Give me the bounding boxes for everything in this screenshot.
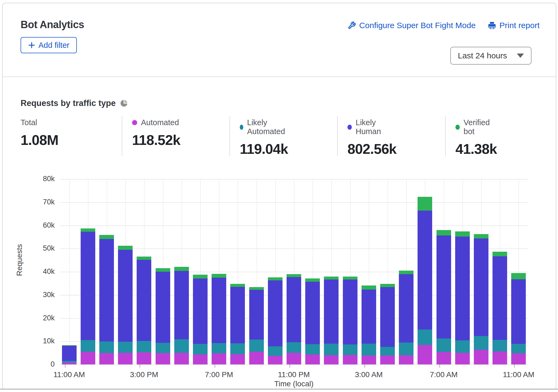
stat-verified-bot[interactable]: Verified bot 41.38k bbox=[455, 118, 497, 157]
bar-segment-automated[interactable] bbox=[230, 354, 245, 364]
bar-segment-verified-bot[interactable] bbox=[436, 230, 451, 236]
bar-segment-likely-automated[interactable] bbox=[230, 343, 245, 354]
bar-segment-verified-bot[interactable] bbox=[81, 228, 95, 232]
bar-segment-verified-bot[interactable] bbox=[399, 271, 413, 274]
bar-segment-likely-automated[interactable] bbox=[380, 347, 395, 356]
bar-segment-automated[interactable] bbox=[305, 354, 320, 364]
bar-segment-likely-human[interactable] bbox=[230, 287, 245, 343]
bar-segment-verified-bot[interactable] bbox=[493, 252, 507, 256]
bar-segment-likely-automated[interactable] bbox=[436, 338, 451, 352]
stat-automated[interactable]: Automated 118.52k bbox=[132, 118, 180, 148]
bar-segment-automated[interactable] bbox=[362, 356, 376, 364]
bar-segment-verified-bot[interactable] bbox=[343, 277, 357, 280]
bar-segment-likely-human[interactable] bbox=[511, 279, 526, 344]
bar-segment-automated[interactable] bbox=[418, 345, 432, 364]
stacked-bar-700pm[interactable] bbox=[212, 274, 226, 364]
bar-segment-likely-automated[interactable] bbox=[474, 336, 488, 350]
bar-segment-likely-automated[interactable] bbox=[399, 343, 413, 355]
stacked-bar-1100am[interactable] bbox=[62, 345, 77, 364]
bar-segment-verified-bot[interactable] bbox=[418, 197, 432, 211]
bar-segment-likely-human[interactable] bbox=[287, 277, 301, 342]
stacked-bar-200pm[interactable] bbox=[118, 246, 133, 364]
stacked-bar-1100am[interactable] bbox=[511, 273, 526, 364]
bar-segment-automated[interactable] bbox=[137, 352, 151, 364]
bar-segment-likely-automated[interactable] bbox=[118, 342, 133, 353]
bar-segment-verified-bot[interactable] bbox=[268, 277, 283, 280]
time-range-select[interactable]: Last 24 hours bbox=[450, 47, 531, 65]
bar-segment-automated[interactable] bbox=[380, 356, 395, 364]
bar-segment-likely-automated[interactable] bbox=[156, 343, 170, 353]
bar-segment-automated[interactable] bbox=[474, 350, 488, 364]
bar-segment-verified-bot[interactable] bbox=[474, 234, 488, 238]
bar-segment-likely-human[interactable] bbox=[62, 346, 77, 361]
stacked-bar-900pm[interactable] bbox=[249, 287, 264, 364]
bar-segment-likely-human[interactable] bbox=[174, 271, 189, 339]
stacked-bar-500am[interactable] bbox=[399, 271, 413, 364]
configure-super-bot-fight-mode-link[interactable]: Configure Super Bot Fight Mode bbox=[348, 21, 475, 30]
bar-segment-likely-human[interactable] bbox=[474, 238, 488, 336]
bar-segment-likely-human[interactable] bbox=[99, 239, 114, 341]
bar-segment-likely-human[interactable] bbox=[399, 274, 413, 343]
stacked-bar-1100pm[interactable] bbox=[287, 274, 301, 364]
bar-segment-likely-automated[interactable] bbox=[268, 346, 283, 356]
stacked-bar-300am[interactable] bbox=[362, 285, 376, 364]
stacked-bar-600pm[interactable] bbox=[193, 275, 208, 364]
bar-segment-likely-automated[interactable] bbox=[99, 341, 114, 353]
bar-segment-verified-bot[interactable] bbox=[212, 274, 226, 278]
bar-segment-likely-human[interactable] bbox=[362, 290, 376, 344]
bar-segment-likely-automated[interactable] bbox=[212, 343, 226, 353]
bar-segment-likely-human[interactable] bbox=[156, 272, 170, 343]
stacked-bar-100am[interactable] bbox=[324, 277, 339, 364]
stacked-bar-800pm[interactable] bbox=[230, 284, 245, 364]
bar-segment-automated[interactable] bbox=[62, 363, 77, 364]
bar-segment-likely-human[interactable] bbox=[193, 278, 208, 344]
stacked-bar-300pm[interactable] bbox=[137, 257, 151, 364]
bar-segment-likely-automated[interactable] bbox=[305, 344, 320, 355]
bar-segment-automated[interactable] bbox=[399, 355, 413, 364]
stacked-bar-200am[interactable] bbox=[343, 277, 357, 364]
bar-segment-verified-bot[interactable] bbox=[99, 235, 114, 239]
bar-segment-automated[interactable] bbox=[343, 355, 357, 364]
print-report-link[interactable]: Print report bbox=[488, 21, 540, 30]
stacked-bar-400pm[interactable] bbox=[156, 268, 170, 364]
bar-segment-likely-human[interactable] bbox=[137, 260, 151, 341]
bar-segment-verified-bot[interactable] bbox=[455, 231, 470, 237]
bar-segment-likely-automated[interactable] bbox=[287, 342, 301, 353]
bar-segment-likely-human[interactable] bbox=[118, 250, 133, 342]
bar-segment-automated[interactable] bbox=[118, 353, 133, 364]
bar-segment-verified-bot[interactable] bbox=[137, 257, 151, 260]
stacked-bar-1000am[interactable] bbox=[493, 252, 507, 364]
bar-segment-automated[interactable] bbox=[249, 352, 264, 364]
bar-segment-automated[interactable] bbox=[156, 353, 170, 364]
stacked-bar-1200pm[interactable] bbox=[81, 228, 95, 364]
bar-segment-verified-bot[interactable] bbox=[174, 267, 189, 271]
bar-segment-likely-automated[interactable] bbox=[324, 344, 339, 355]
bar-segment-verified-bot[interactable] bbox=[62, 345, 77, 346]
bar-segment-verified-bot[interactable] bbox=[230, 284, 245, 287]
stacked-bar-600am[interactable] bbox=[418, 197, 432, 364]
bar-segment-automated[interactable] bbox=[174, 353, 189, 364]
bar-segment-likely-human[interactable] bbox=[436, 235, 451, 338]
bar-segment-likely-automated[interactable] bbox=[343, 344, 357, 355]
bar-segment-likely-human[interactable] bbox=[305, 282, 320, 344]
bar-segment-likely-human[interactable] bbox=[249, 290, 264, 340]
bar-segment-likely-human[interactable] bbox=[493, 256, 507, 340]
bar-segment-likely-automated[interactable] bbox=[418, 330, 432, 345]
bar-segment-likely-automated[interactable] bbox=[137, 341, 151, 352]
stacked-bar-400am[interactable] bbox=[380, 284, 395, 364]
bar-segment-likely-automated[interactable] bbox=[81, 340, 95, 352]
bar-segment-verified-bot[interactable] bbox=[305, 278, 320, 282]
stat-likely-automated[interactable]: Likely Automated 119.04k bbox=[240, 118, 288, 157]
stacked-bar-700am[interactable] bbox=[436, 230, 451, 364]
stacked-bar-100pm[interactable] bbox=[99, 235, 114, 364]
bar-segment-verified-bot[interactable] bbox=[380, 284, 395, 287]
bar-segment-verified-bot[interactable] bbox=[324, 277, 339, 280]
bar-segment-likely-human[interactable] bbox=[343, 280, 357, 344]
bar-segment-likely-automated[interactable] bbox=[193, 344, 208, 354]
stacked-bar-1000pm[interactable] bbox=[268, 277, 283, 364]
bar-segment-likely-human[interactable] bbox=[380, 287, 395, 347]
stacked-bar-900am[interactable] bbox=[474, 234, 488, 364]
bar-segment-likely-human[interactable] bbox=[455, 237, 470, 340]
bar-segment-likely-human[interactable] bbox=[81, 232, 95, 340]
bar-segment-automated[interactable] bbox=[268, 356, 283, 364]
